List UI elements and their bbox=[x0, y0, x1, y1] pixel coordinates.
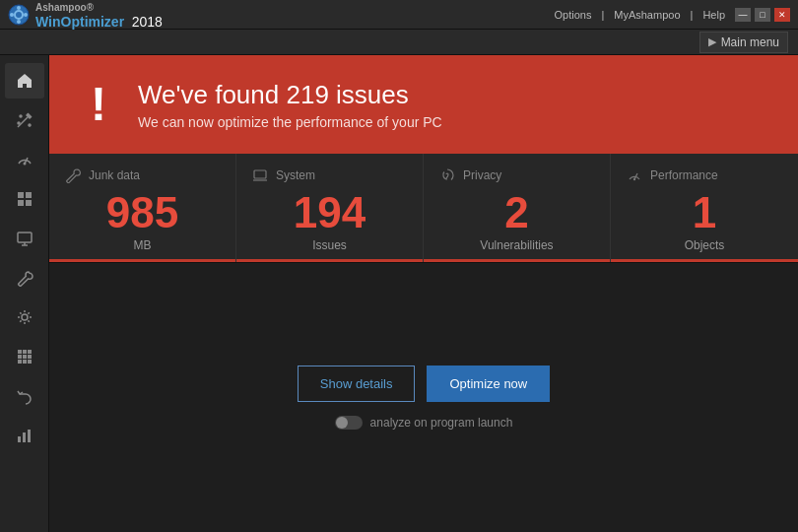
title-bar: Ashampoo® WinOptimizer 2018 Options | My… bbox=[0, 0, 798, 30]
stat-card-system: System 194 Issues bbox=[236, 154, 424, 262]
svg-rect-32 bbox=[28, 430, 31, 442]
alert-banner: ! We've found 219 issues We can now opti… bbox=[49, 55, 798, 154]
stat-header-performance: Performance bbox=[627, 167, 718, 183]
stat-card-privacy: Privacy 2 Vulnerabilities bbox=[424, 154, 611, 262]
menu-bar: ▶ Main menu bbox=[0, 30, 798, 55]
actions-area: Show details Optimize now analyze on pro… bbox=[49, 263, 798, 532]
svg-rect-23 bbox=[28, 350, 32, 354]
sidebar bbox=[0, 55, 49, 532]
stat-label-system: System bbox=[276, 168, 315, 182]
chevron-right-icon: ▶ bbox=[708, 35, 716, 48]
stat-bar-junk bbox=[49, 259, 235, 262]
sidebar-item-stats[interactable] bbox=[5, 418, 44, 453]
svg-rect-29 bbox=[28, 360, 32, 364]
svg-rect-31 bbox=[23, 432, 26, 442]
toggle-knob bbox=[336, 417, 348, 429]
stat-bar-privacy bbox=[424, 259, 610, 262]
stat-unit-privacy: Vulnerabilities bbox=[439, 238, 594, 252]
stat-value-junk: 985 bbox=[65, 191, 220, 234]
stat-unit-junk: MB bbox=[65, 238, 220, 252]
stat-value-system: 194 bbox=[252, 191, 407, 234]
alert-subtitle: We can now optimize the performance of y… bbox=[138, 114, 442, 130]
help-menu[interactable]: Help bbox=[702, 9, 725, 21]
stat-value-privacy: 2 bbox=[439, 191, 594, 234]
svg-rect-24 bbox=[18, 355, 22, 359]
separator1: | bbox=[601, 9, 604, 21]
svg-rect-27 bbox=[18, 360, 22, 364]
stat-card-performance: Performance 1 Objects bbox=[611, 154, 798, 262]
stat-unit-system: Issues bbox=[252, 238, 407, 252]
sidebar-item-tools[interactable] bbox=[5, 260, 44, 296]
main-layout: ! We've found 219 issues We can now opti… bbox=[0, 55, 798, 532]
stat-label-privacy: Privacy bbox=[463, 168, 501, 182]
sidebar-item-system[interactable] bbox=[5, 221, 44, 256]
analyze-toggle-switch[interactable] bbox=[335, 416, 363, 430]
gauge-icon bbox=[16, 151, 33, 168]
svg-rect-33 bbox=[254, 170, 266, 178]
svg-rect-13 bbox=[18, 192, 24, 198]
stat-unit-performance: Objects bbox=[627, 238, 782, 252]
sidebar-item-performance[interactable] bbox=[5, 142, 44, 177]
sidebar-item-optimizer[interactable] bbox=[5, 102, 44, 138]
stat-card-junk: Junk data 985 MB bbox=[49, 154, 236, 262]
monitor-icon bbox=[16, 230, 33, 247]
settings-icon bbox=[16, 308, 33, 326]
sidebar-item-apps[interactable] bbox=[5, 339, 44, 374]
svg-point-12 bbox=[23, 163, 26, 166]
sidebar-item-settings[interactable] bbox=[5, 299, 44, 335]
fingerprint-icon bbox=[439, 167, 455, 183]
menu-links: Options | MyAshampoo | Help bbox=[554, 9, 725, 21]
stat-header-privacy: Privacy bbox=[439, 167, 501, 183]
svg-rect-25 bbox=[23, 355, 27, 359]
svg-point-8 bbox=[20, 115, 22, 117]
stat-header-system: System bbox=[252, 167, 315, 183]
options-menu[interactable]: Options bbox=[554, 9, 591, 21]
svg-rect-26 bbox=[28, 355, 32, 359]
svg-rect-28 bbox=[23, 360, 27, 364]
stat-label-junk: Junk data bbox=[89, 168, 140, 182]
svg-rect-15 bbox=[18, 200, 24, 206]
stat-value-performance: 1 bbox=[627, 191, 782, 234]
undo-icon bbox=[16, 387, 33, 405]
svg-point-3 bbox=[17, 20, 21, 24]
app-name-text: WinOptimizer bbox=[35, 14, 124, 30]
wrench-icon bbox=[65, 167, 81, 183]
sidebar-item-undo[interactable] bbox=[5, 378, 44, 414]
sidebar-item-windows[interactable] bbox=[5, 181, 44, 217]
alert-text: We've found 219 issues We can now optimi… bbox=[138, 80, 442, 130]
analyze-toggle: analyze on program launch bbox=[335, 416, 513, 430]
svg-rect-14 bbox=[26, 192, 32, 198]
maximize-button[interactable]: □ bbox=[755, 8, 770, 22]
app-year: 2018 bbox=[132, 14, 163, 30]
wand-icon bbox=[16, 111, 33, 129]
action-buttons: Show details Optimize now bbox=[298, 366, 550, 402]
apps-icon bbox=[16, 348, 33, 366]
svg-point-36 bbox=[633, 178, 635, 180]
speedometer-icon bbox=[627, 167, 642, 183]
optimize-now-button[interactable]: Optimize now bbox=[427, 366, 550, 402]
show-details-button[interactable]: Show details bbox=[298, 366, 416, 402]
myashampoo-menu[interactable]: MyAshampoo bbox=[614, 9, 680, 21]
app-logo-icon bbox=[8, 4, 30, 26]
stat-label-performance: Performance bbox=[650, 168, 718, 182]
svg-rect-30 bbox=[18, 436, 21, 442]
svg-point-20 bbox=[22, 314, 28, 320]
main-menu-button[interactable]: ▶ Main menu bbox=[699, 32, 788, 53]
minimize-button[interactable]: — bbox=[735, 8, 751, 22]
stat-bar-performance bbox=[611, 259, 798, 262]
title-bar-right: Options | MyAshampoo | Help — □ ✕ bbox=[554, 8, 790, 22]
close-button[interactable]: ✕ bbox=[774, 8, 790, 22]
svg-point-10 bbox=[18, 122, 20, 124]
sidebar-item-home[interactable] bbox=[5, 63, 44, 99]
stats-grid: Junk data 985 MB System 194 Issues bbox=[49, 154, 798, 263]
svg-rect-16 bbox=[26, 200, 32, 206]
app-name: WinOptimizer 2018 bbox=[35, 15, 163, 30]
svg-rect-22 bbox=[23, 350, 27, 354]
alert-exclamation-icon: ! bbox=[79, 81, 118, 128]
alert-title: We've found 219 issues bbox=[138, 80, 442, 110]
svg-rect-17 bbox=[18, 233, 32, 242]
window-controls: — □ ✕ bbox=[735, 8, 790, 22]
app-title: Ashampoo® WinOptimizer 2018 bbox=[35, 0, 163, 30]
main-menu-label: Main menu bbox=[721, 35, 779, 49]
laptop-icon bbox=[252, 167, 268, 183]
